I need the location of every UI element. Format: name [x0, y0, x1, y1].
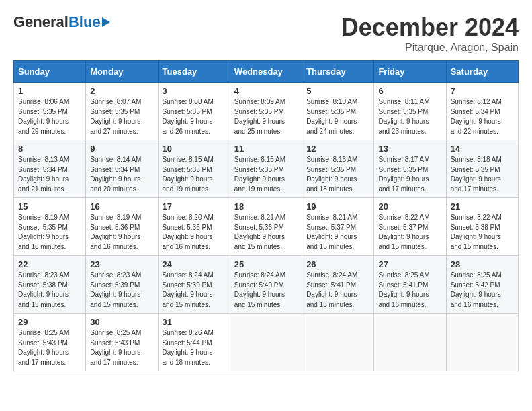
calendar-cell: 4Sunrise: 8:09 AMSunset: 5:35 PMDaylight…	[230, 83, 302, 140]
cell-content: Sunrise: 8:24 AMSunset: 5:41 PMDaylight:…	[306, 271, 369, 310]
calendar-cell: 30Sunrise: 8:25 AMSunset: 5:43 PMDayligh…	[86, 314, 158, 371]
cell-content: Sunrise: 8:10 AMSunset: 5:35 PMDaylight:…	[306, 97, 369, 136]
day-number: 30	[90, 317, 153, 327]
calendar-cell: 27Sunrise: 8:25 AMSunset: 5:41 PMDayligh…	[374, 256, 446, 314]
cell-content: Sunrise: 8:23 AMSunset: 5:38 PMDaylight:…	[18, 271, 81, 310]
cell-content: Sunrise: 8:12 AMSunset: 5:34 PMDaylight:…	[451, 97, 514, 136]
day-number: 17	[163, 201, 226, 212]
day-header-saturday: Saturday	[446, 61, 518, 83]
calendar-header: SundayMondayTuesdayWednesdayThursdayFrid…	[14, 61, 519, 83]
day-header-sunday: Sunday	[14, 61, 86, 83]
week-row-5: 29Sunrise: 8:25 AMSunset: 5:43 PMDayligh…	[14, 314, 519, 371]
calendar-cell: 14Sunrise: 8:18 AMSunset: 5:35 PMDayligh…	[446, 140, 518, 198]
calendar-cell: 7Sunrise: 8:12 AMSunset: 5:34 PMDaylight…	[446, 83, 518, 140]
calendar-cell: 28Sunrise: 8:25 AMSunset: 5:42 PMDayligh…	[446, 256, 518, 314]
day-number: 31	[163, 317, 226, 327]
day-number: 16	[90, 201, 153, 212]
logo-general: General	[13, 13, 69, 31]
calendar-cell: 26Sunrise: 8:24 AMSunset: 5:41 PMDayligh…	[302, 256, 374, 314]
day-number: 9	[90, 144, 153, 154]
calendar-cell: 23Sunrise: 8:23 AMSunset: 5:39 PMDayligh…	[86, 256, 158, 314]
cell-content: Sunrise: 8:06 AMSunset: 5:35 PMDaylight:…	[18, 97, 81, 136]
calendar-cell: 9Sunrise: 8:14 AMSunset: 5:34 PMDaylight…	[86, 140, 158, 198]
day-number: 25	[234, 259, 298, 269]
calendar-cell: 29Sunrise: 8:25 AMSunset: 5:43 PMDayligh…	[14, 314, 86, 371]
day-number: 11	[234, 144, 298, 154]
title-section: December 2024 Pitarque, Aragon, Spain	[341, 13, 519, 54]
day-header-friday: Friday	[374, 61, 446, 83]
calendar-cell: 19Sunrise: 8:21 AMSunset: 5:37 PMDayligh…	[302, 198, 374, 256]
cell-content: Sunrise: 8:13 AMSunset: 5:34 PMDaylight:…	[18, 155, 81, 194]
calendar-cell: 2Sunrise: 8:07 AMSunset: 5:35 PMDaylight…	[86, 83, 158, 140]
header-row: SundayMondayTuesdayWednesdayThursdayFrid…	[14, 61, 519, 83]
calendar-body: 1Sunrise: 8:06 AMSunset: 5:35 PMDaylight…	[14, 83, 519, 371]
calendar-cell: 13Sunrise: 8:17 AMSunset: 5:35 PMDayligh…	[374, 140, 446, 198]
day-number: 27	[378, 259, 441, 269]
cell-content: Sunrise: 8:08 AMSunset: 5:35 PMDaylight:…	[163, 97, 226, 136]
calendar-cell: 16Sunrise: 8:19 AMSunset: 5:36 PMDayligh…	[86, 198, 158, 256]
calendar-cell: 10Sunrise: 8:15 AMSunset: 5:35 PMDayligh…	[158, 140, 230, 198]
calendar-cell	[302, 314, 374, 371]
page-header: GeneralBlue December 2024 Pitarque, Arag…	[13, 13, 519, 54]
day-number: 22	[18, 259, 81, 269]
calendar-cell: 1Sunrise: 8:06 AMSunset: 5:35 PMDaylight…	[14, 83, 86, 140]
cell-content: Sunrise: 8:24 AMSunset: 5:40 PMDaylight:…	[234, 271, 298, 310]
cell-content: Sunrise: 8:16 AMSunset: 5:35 PMDaylight:…	[306, 155, 369, 194]
day-number: 4	[234, 86, 298, 96]
cell-content: Sunrise: 8:21 AMSunset: 5:37 PMDaylight:…	[306, 213, 369, 252]
cell-content: Sunrise: 8:18 AMSunset: 5:35 PMDaylight:…	[451, 155, 514, 194]
logo-blue: Blue	[69, 13, 101, 31]
day-number: 28	[451, 259, 514, 269]
cell-content: Sunrise: 8:23 AMSunset: 5:39 PMDaylight:…	[90, 271, 153, 310]
cell-content: Sunrise: 8:07 AMSunset: 5:35 PMDaylight:…	[90, 97, 153, 136]
calendar-cell: 21Sunrise: 8:22 AMSunset: 5:38 PMDayligh…	[446, 198, 518, 256]
day-header-monday: Monday	[86, 61, 158, 83]
calendar-cell: 15Sunrise: 8:19 AMSunset: 5:35 PMDayligh…	[14, 198, 86, 256]
logo-arrow-icon	[102, 17, 110, 27]
day-number: 8	[18, 144, 81, 154]
cell-content: Sunrise: 8:22 AMSunset: 5:37 PMDaylight:…	[378, 213, 441, 252]
day-number: 18	[234, 201, 298, 212]
cell-content: Sunrise: 8:20 AMSunset: 5:36 PMDaylight:…	[163, 213, 226, 252]
cell-content: Sunrise: 8:19 AMSunset: 5:35 PMDaylight:…	[18, 213, 81, 252]
day-header-wednesday: Wednesday	[230, 61, 302, 83]
calendar-cell: 17Sunrise: 8:20 AMSunset: 5:36 PMDayligh…	[158, 198, 230, 256]
day-number: 13	[378, 144, 441, 154]
day-number: 6	[378, 86, 441, 96]
logo-text: GeneralBlue	[13, 13, 110, 31]
cell-content: Sunrise: 8:17 AMSunset: 5:35 PMDaylight:…	[378, 155, 441, 194]
day-number: 2	[90, 86, 153, 96]
calendar-cell: 24Sunrise: 8:24 AMSunset: 5:39 PMDayligh…	[158, 256, 230, 314]
calendar-cell: 20Sunrise: 8:22 AMSunset: 5:37 PMDayligh…	[374, 198, 446, 256]
calendar-cell	[374, 314, 446, 371]
day-number: 1	[18, 86, 81, 96]
day-number: 19	[306, 201, 369, 212]
cell-content: Sunrise: 8:16 AMSunset: 5:35 PMDaylight:…	[234, 155, 298, 194]
day-number: 5	[306, 86, 369, 96]
logo: GeneralBlue	[13, 13, 110, 31]
calendar-cell: 18Sunrise: 8:21 AMSunset: 5:36 PMDayligh…	[230, 198, 302, 256]
cell-content: Sunrise: 8:25 AMSunset: 5:41 PMDaylight:…	[378, 271, 441, 310]
week-row-2: 8Sunrise: 8:13 AMSunset: 5:34 PMDaylight…	[14, 140, 519, 198]
cell-content: Sunrise: 8:22 AMSunset: 5:38 PMDaylight:…	[451, 213, 514, 252]
calendar-cell: 11Sunrise: 8:16 AMSunset: 5:35 PMDayligh…	[230, 140, 302, 198]
week-row-4: 22Sunrise: 8:23 AMSunset: 5:38 PMDayligh…	[14, 256, 519, 314]
day-number: 12	[306, 144, 369, 154]
day-number: 23	[90, 259, 153, 269]
calendar-cell: 25Sunrise: 8:24 AMSunset: 5:40 PMDayligh…	[230, 256, 302, 314]
calendar-cell: 12Sunrise: 8:16 AMSunset: 5:35 PMDayligh…	[302, 140, 374, 198]
calendar-cell	[446, 314, 518, 371]
day-number: 29	[18, 317, 81, 327]
day-header-tuesday: Tuesday	[158, 61, 230, 83]
cell-content: Sunrise: 8:19 AMSunset: 5:36 PMDaylight:…	[90, 213, 153, 252]
calendar-cell: 5Sunrise: 8:10 AMSunset: 5:35 PMDaylight…	[302, 83, 374, 140]
day-number: 21	[451, 201, 514, 212]
week-row-3: 15Sunrise: 8:19 AMSunset: 5:35 PMDayligh…	[14, 198, 519, 256]
calendar-cell: 31Sunrise: 8:26 AMSunset: 5:44 PMDayligh…	[158, 314, 230, 371]
cell-content: Sunrise: 8:09 AMSunset: 5:35 PMDaylight:…	[234, 97, 298, 136]
day-number: 15	[18, 201, 81, 212]
day-number: 7	[451, 86, 514, 96]
day-number: 10	[163, 144, 226, 154]
calendar-cell: 8Sunrise: 8:13 AMSunset: 5:34 PMDaylight…	[14, 140, 86, 198]
day-number: 3	[163, 86, 226, 96]
